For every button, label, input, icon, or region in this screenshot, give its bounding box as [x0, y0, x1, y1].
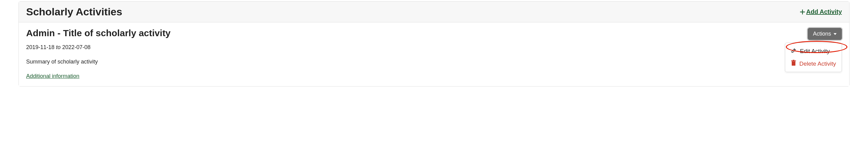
svg-rect-3 [793, 60, 795, 61]
dropdown-item-label: Delete Activity [799, 61, 836, 67]
panel-title: Scholarly Activities [26, 6, 122, 18]
svg-rect-1 [792, 61, 796, 66]
activity-summary: Summary of scholarly activity [26, 59, 842, 65]
caret-down-icon [834, 33, 837, 35]
actions-dropdown: Edit Activity Delete Activity [785, 43, 842, 72]
plus-icon [800, 9, 805, 14]
date-start: 2019-11-18 [26, 44, 55, 50]
add-activity-link[interactable]: Add Activity [800, 8, 842, 15]
actions-button[interactable]: Actions [808, 28, 842, 40]
trash-icon [791, 60, 796, 68]
delete-activity-item[interactable]: Delete Activity [785, 57, 841, 70]
panel-body: Admin - Title of scholarly activity Acti… [19, 23, 849, 86]
dropdown-item-label: Edit Activity [800, 48, 830, 54]
add-activity-label: Add Activity [806, 8, 842, 15]
actions-button-label: Actions [813, 31, 831, 37]
edit-activity-item[interactable]: Edit Activity [785, 45, 841, 57]
activity-header-row: Admin - Title of scholarly activity Acti… [26, 28, 842, 40]
date-to-word: to [56, 44, 61, 50]
date-end: 2022-07-08 [62, 44, 90, 50]
panel-header: Scholarly Activities Add Activity [19, 2, 849, 23]
activity-title: Admin - Title of scholarly activity [26, 28, 171, 38]
scholarly-activities-panel: Scholarly Activities Add Activity Admin … [19, 1, 849, 86]
additional-information-link[interactable]: Additional information [26, 73, 80, 79]
edit-icon [791, 47, 797, 55]
activity-date-range: 2019-11-18 to 2022-07-08 [26, 44, 842, 51]
